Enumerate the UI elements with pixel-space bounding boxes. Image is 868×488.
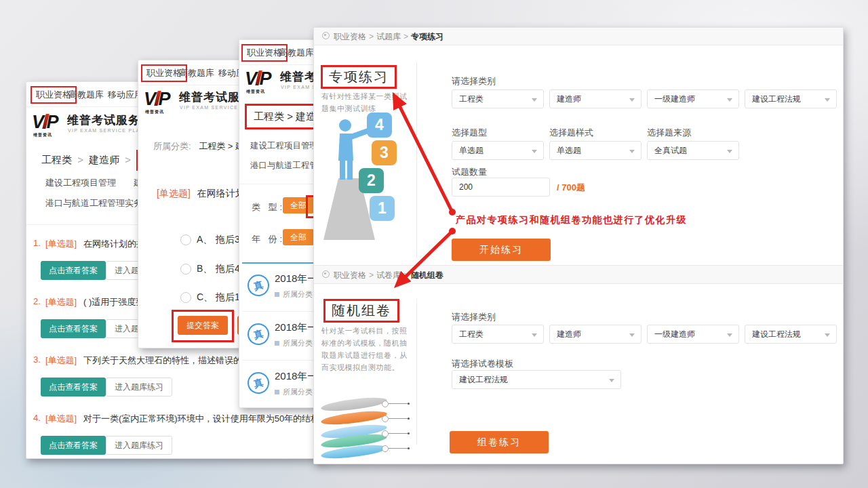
question-count-label: 试题数量 bbox=[452, 166, 487, 178]
callout-dot bbox=[408, 447, 410, 449]
panel-divider bbox=[416, 299, 417, 445]
question-count-total: / 700题 bbox=[557, 182, 585, 194]
subject-menu-item[interactable]: 建设工程项目管理 bbox=[250, 140, 318, 152]
window-practice-settings: 职业资格>试题库>专项练习 专项练习 有针对性选择某一类型试 题集中测试训练 4… bbox=[313, 27, 844, 464]
highlight-box-special-practice: 专项练习 bbox=[321, 65, 397, 89]
question-type-tag: [单选题] bbox=[45, 354, 77, 367]
assemble-practice-button[interactable]: 组卷练习 bbox=[450, 431, 549, 453]
callout-line bbox=[389, 433, 408, 434]
section-description: 题集中测试训练 bbox=[321, 104, 376, 114]
chevron-down-icon bbox=[629, 333, 635, 337]
category-icon bbox=[275, 292, 279, 297]
breadcrumb: 职业资格>试卷库>随机组卷 bbox=[314, 265, 843, 284]
callout-dot bbox=[408, 403, 410, 405]
breadcrumb-item[interactable]: 试题库 bbox=[376, 32, 401, 41]
breadcrumb-item-category[interactable]: 工程类 bbox=[41, 154, 72, 165]
question-type-label: 选择题型 bbox=[452, 127, 487, 139]
section-description: 有针对性选择某一类型试 bbox=[321, 92, 408, 102]
breadcrumb-item[interactable]: 试卷库 bbox=[376, 270, 401, 280]
filter-year-all-button[interactable]: 全部 bbox=[283, 229, 314, 245]
submit-answer-button[interactable]: 提交答案 bbox=[178, 316, 228, 335]
question-style-label: 选择题样式 bbox=[549, 127, 593, 139]
dropdown-level[interactable]: 一级建造师 bbox=[647, 325, 739, 344]
radio-option-a[interactable] bbox=[180, 235, 191, 245]
callout-circle bbox=[382, 415, 389, 422]
section-heading: 随机组卷 bbox=[332, 303, 391, 318]
dropdown-category[interactable]: 工程类 bbox=[452, 325, 544, 344]
view-answer-button[interactable]: 点击查看答案 bbox=[41, 319, 106, 338]
annotation-note: 产品对专项练习和随机组卷功能也进行了优化升级 bbox=[456, 214, 687, 226]
category-label: 所属分类: bbox=[153, 141, 191, 151]
filter-type-label: 类 型: bbox=[252, 201, 285, 214]
vip-logo-caption: 维普资讯 bbox=[145, 109, 164, 115]
breadcrumb-separator: > bbox=[369, 270, 374, 280]
subject-menu-item[interactable]: 港口与航道工程管理实务 bbox=[45, 197, 142, 209]
view-answer-button[interactable]: 点击查看答案 bbox=[41, 261, 106, 280]
dropdown-profession[interactable]: 建造师 bbox=[549, 325, 642, 344]
question-row: [单选题] 在网络计划 bbox=[157, 188, 245, 200]
highlight-box-random-paper: 随机组卷 bbox=[323, 299, 399, 323]
panel-divider bbox=[416, 62, 417, 258]
category-select-label: 请选择类别 bbox=[452, 75, 496, 87]
question-type-tag: [单选题] bbox=[157, 188, 191, 199]
dropdown-category[interactable]: 工程类 bbox=[452, 89, 544, 108]
callout-dot bbox=[408, 418, 410, 420]
callout-circle bbox=[382, 401, 389, 407]
view-answer-button[interactable]: 点击查看答案 bbox=[41, 436, 106, 455]
dropdown-question-type[interactable]: 单选题 bbox=[452, 141, 544, 160]
chevron-down-icon bbox=[727, 98, 732, 102]
option-text: 拖后1 bbox=[216, 291, 240, 304]
tab-higher-ed-bank[interactable]: 高教题库 bbox=[179, 67, 214, 79]
vip-logo-caption: 维普资讯 bbox=[33, 132, 52, 138]
subject-menu-item[interactable]: 建设工程项目管理 bbox=[45, 177, 116, 189]
breadcrumb-item-builder[interactable]: 建造师 bbox=[89, 154, 119, 165]
option-text: 拖后3 bbox=[216, 234, 240, 246]
breadcrumb-item[interactable]: 职业资格 bbox=[334, 32, 366, 41]
breadcrumb-separator: > bbox=[77, 154, 83, 165]
section-description: 标准的考试模板，随机抽 bbox=[321, 338, 408, 348]
authentic-badge: 真 bbox=[245, 272, 271, 298]
chevron-down-icon bbox=[727, 333, 732, 337]
dropdown-level[interactable]: 一级建造师 bbox=[647, 89, 739, 108]
filter-year-label: 年 份: bbox=[252, 233, 285, 245]
question-type-tag: [单选题] bbox=[45, 296, 77, 308]
dropdown-subject[interactable]: 建设工程法规 bbox=[745, 325, 837, 344]
category-select-label: 请选择类别 bbox=[452, 311, 496, 323]
question-number: 4. bbox=[33, 413, 41, 423]
dropdown-subject[interactable]: 建设工程法规 bbox=[745, 89, 837, 108]
enter-bank-button[interactable]: 进入题库练习 bbox=[106, 378, 172, 396]
breadcrumb: 职业资格>试题库>专项练习 bbox=[314, 28, 843, 45]
section-description: 针对某一考试科目，按照 bbox=[321, 326, 408, 336]
tab-higher-ed-bank[interactable]: 高教题库 bbox=[68, 89, 104, 101]
enter-bank-button[interactable]: 进入题库练习 bbox=[106, 436, 172, 455]
breadcrumb-separator: > bbox=[403, 270, 408, 280]
callout-circle bbox=[382, 445, 389, 452]
block-4: 4 bbox=[367, 113, 392, 138]
callout-dot bbox=[408, 432, 410, 434]
start-practice-button[interactable]: 开始练习 bbox=[452, 239, 551, 261]
option-key: A、 bbox=[197, 234, 212, 246]
view-answer-button[interactable]: 点击查看答案 bbox=[41, 378, 106, 396]
dropdown-question-source[interactable]: 全真试题 bbox=[647, 141, 739, 160]
question-number: 1. bbox=[33, 238, 41, 248]
block-2: 2 bbox=[359, 168, 384, 193]
breadcrumb-current: 随机组卷 bbox=[411, 270, 443, 280]
callout-line bbox=[389, 403, 408, 404]
template-select-label: 请选择试卷模板 bbox=[452, 358, 513, 370]
question-count-input[interactable] bbox=[452, 178, 550, 197]
category-icon bbox=[275, 341, 279, 346]
tab-higher-ed-bank[interactable]: 高教题库 bbox=[279, 47, 314, 59]
breadcrumb-current: 专项练习 bbox=[411, 32, 443, 41]
chevron-down-icon bbox=[727, 150, 732, 153]
radio-option-c[interactable] bbox=[180, 292, 191, 303]
dropdown-question-style[interactable]: 单选题 bbox=[549, 141, 642, 160]
radio-option-b[interactable] bbox=[180, 264, 191, 274]
question-type-tag: [单选题] bbox=[45, 413, 77, 425]
breadcrumb-item[interactable]: 职业资格 bbox=[334, 270, 366, 280]
section-heading: 专项练习 bbox=[329, 69, 389, 84]
chevron-down-icon bbox=[532, 333, 537, 337]
chevron-down-icon bbox=[825, 333, 830, 337]
category-icon bbox=[275, 390, 279, 394]
dropdown-paper-template[interactable]: 建设工程法规 bbox=[452, 370, 621, 389]
dropdown-profession[interactable]: 建造师 bbox=[549, 89, 642, 108]
